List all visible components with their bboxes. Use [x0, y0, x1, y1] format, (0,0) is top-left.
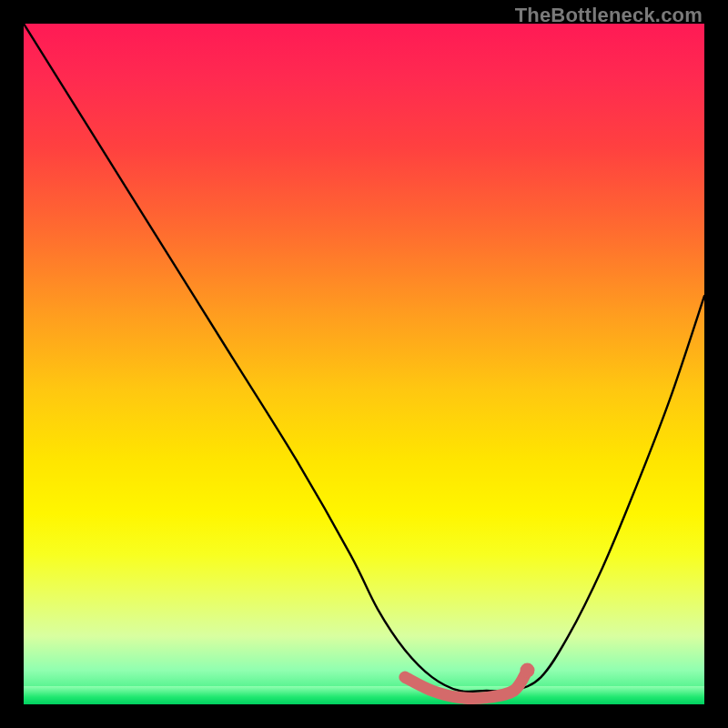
bottleneck-curve [24, 24, 704, 692]
marker-end-dot [521, 663, 535, 678]
chart-frame: TheBottleneck.com [0, 0, 728, 728]
plot-area [24, 24, 704, 704]
curve-svg [24, 24, 704, 704]
optimum-range-marker [405, 671, 528, 699]
